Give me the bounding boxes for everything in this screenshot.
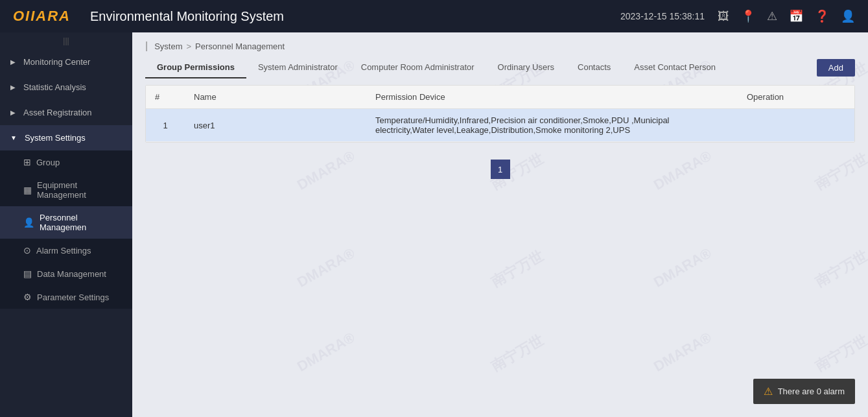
col-permission-device: Permission Device	[366, 86, 738, 109]
tab-asset-contact-person[interactable]: Asset Contact Person	[622, 57, 727, 78]
breadcrumb-bar: |	[145, 40, 148, 52]
tab-ordinary-users[interactable]: Ordinary Users	[486, 57, 566, 78]
col-num: #	[146, 86, 185, 109]
group-icon: ⊞	[23, 157, 31, 167]
sidebar-item-monitoring-center[interactable]: ▶ Monitoring Center	[0, 49, 132, 75]
sidebar-item-asset-registration[interactable]: ▶ Asset Registration	[0, 100, 132, 125]
sidebar-item-label: Monitoring Center	[23, 57, 90, 67]
sidebar-sub-item-parameter-settings[interactable]: ⚙ Parameter Settings	[0, 285, 132, 309]
sidebar-sub-label: Alarm Settings	[36, 246, 91, 256]
sidebar-sub-label: Data Management	[37, 269, 106, 279]
col-name: Name	[185, 86, 366, 109]
help-icon[interactable]: ❓	[815, 9, 829, 23]
user-icon[interactable]: 👤	[841, 9, 855, 23]
breadcrumb-system[interactable]: System	[154, 42, 182, 51]
header-icons: 🖼 📍 ⚠ 📅 ❓ 👤	[718, 9, 855, 23]
alarm-settings-icon: ⊙	[23, 245, 31, 256]
content-area: DMARA® 南宁万世 DMARA® 南宁万世 DMARA® 南宁万世 DMAR…	[132, 32, 868, 417]
watermark-text: DMARA®	[294, 244, 358, 291]
header-datetime: 2023-12-15 15:38:11	[620, 11, 705, 21]
tab-group-permissions[interactable]: Group Permissions	[145, 57, 246, 78]
watermark-text: 南宁万世	[812, 331, 868, 376]
arrow-icon: ▶	[10, 109, 16, 116]
sidebar-item-statistic-analysis[interactable]: ▶ Statistic Analysis	[0, 75, 132, 100]
logo: OIIARA	[13, 8, 71, 25]
data-table: # Name Permission Device Operation 1 use…	[145, 85, 855, 143]
calendar-icon[interactable]: 📅	[789, 9, 803, 23]
app-title: Environmental Monitoring System	[90, 9, 620, 24]
add-button[interactable]: Add	[817, 59, 855, 77]
alarm-notice: ⚠ There are 0 alarm	[753, 379, 855, 404]
arrow-icon: ▶	[10, 58, 16, 66]
personnel-icon: 👤	[23, 217, 34, 228]
image-icon[interactable]: 🖼	[718, 10, 729, 23]
alarm-triangle-icon: ⚠	[764, 385, 773, 398]
pagination: 1	[132, 149, 868, 189]
page-btn-1[interactable]: 1	[491, 160, 510, 179]
watermark-text: DMARA®	[651, 329, 714, 375]
breadcrumb-separator: >	[187, 42, 192, 51]
alarm-text: There are 0 alarm	[778, 387, 845, 396]
location-icon[interactable]: 📍	[741, 9, 755, 23]
col-operation: Operation	[738, 86, 854, 109]
sidebar-sub-item-data-management[interactable]: ▤ Data Management	[0, 262, 132, 285]
sidebar-item-label: Statistic Analysis	[23, 82, 86, 92]
sidebar-sub-label: Parameter Settings	[37, 292, 109, 302]
sidebar: ||| ▶ Monitoring Center ▶ Statistic Anal…	[0, 32, 132, 417]
sidebar-sub-item-equipment-management[interactable]: ▦ Equipment Management	[0, 174, 132, 206]
tab-system-administrator[interactable]: System Administrator	[246, 57, 349, 78]
arrow-icon: ▼	[10, 134, 17, 141]
equipment-icon: ▦	[23, 185, 32, 195]
breadcrumb-current: Personnel Management	[195, 42, 285, 51]
watermark-text: 南宁万世	[812, 246, 868, 292]
sidebar-sub-label: Equipment Management	[37, 180, 122, 200]
sidebar-sub-item-alarm-settings[interactable]: ⊙ Alarm Settings	[0, 239, 132, 262]
table-header-row: # Name Permission Device Operation	[146, 86, 854, 109]
cell-operation	[738, 109, 854, 142]
header: OIIARA Environmental Monitoring System 2…	[0, 0, 868, 32]
sidebar-item-label: Asset Registration	[23, 108, 92, 117]
watermark-text: DMARA®	[651, 244, 714, 291]
cell-name: user1	[185, 109, 366, 142]
watermark-text: DMARA®	[294, 329, 358, 375]
sidebar-item-system-settings[interactable]: ▼ System Settings	[0, 125, 132, 150]
table-row[interactable]: 1 user1 Temperature/Humidity,Infrared,Pr…	[146, 109, 854, 142]
arrow-icon: ▶	[10, 84, 16, 91]
parameter-settings-icon: ⚙	[23, 292, 32, 302]
sidebar-submenu: ⊞ Group ▦ Equipment Management 👤 Personn…	[0, 150, 132, 309]
sidebar-sub-item-personnel-management[interactable]: 👤 Personnel Managemen	[0, 206, 132, 239]
tab-bar: Group Permissions System Administrator C…	[132, 57, 868, 78]
watermark-text: 南宁万世	[487, 331, 546, 376]
sidebar-sub-label: Group	[36, 158, 60, 167]
sidebar-drag-handle[interactable]: |||	[0, 32, 132, 49]
cell-permission-device: Temperature/Humidity,Infrared,Precision …	[366, 109, 738, 142]
cell-num: 1	[146, 109, 185, 142]
sidebar-sub-label: Personnel Managemen	[40, 213, 122, 232]
sidebar-sub-item-group[interactable]: ⊞ Group	[0, 150, 132, 174]
main-layout: ||| ▶ Monitoring Center ▶ Statistic Anal…	[0, 32, 868, 417]
tab-contacts[interactable]: Contacts	[566, 57, 622, 78]
tab-computer-room-administrator[interactable]: Computer Room Administrator	[349, 57, 486, 78]
sidebar-item-label: System Settings	[25, 133, 86, 143]
breadcrumb: | System > Personnel Management	[132, 32, 868, 57]
watermark-text: 南宁万世	[487, 246, 546, 292]
data-management-icon: ▤	[23, 268, 32, 279]
alert-icon[interactable]: ⚠	[767, 9, 777, 23]
